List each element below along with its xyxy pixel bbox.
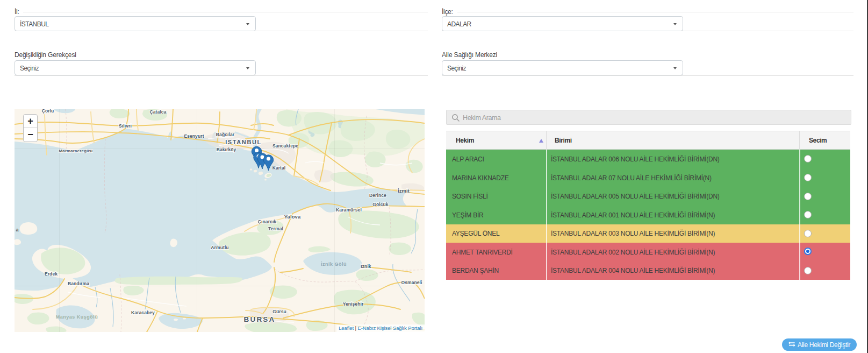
svg-text:Marmaraereğlisi: Marmaraereğlisi	[59, 149, 93, 153]
svg-text:BURSA: BURSA	[243, 315, 275, 323]
svg-text:Karamürsel: Karamürsel	[336, 207, 362, 213]
svg-text:Gölcük: Gölcük	[372, 202, 389, 207]
svg-text:Termal: Termal	[268, 226, 283, 231]
svg-text:Gürsu: Gürsu	[272, 309, 286, 314]
svg-text:Erdek: Erdek	[45, 271, 58, 277]
svg-text:Bandırma: Bandırma	[68, 281, 89, 286]
svg-text:Armutlu: Armutlu	[211, 245, 228, 250]
svg-text:ISTANBUL: ISTANBUL	[225, 139, 262, 145]
svg-text:Esenyurt: Esenyurt	[184, 133, 204, 139]
svg-text:Bakırköy: Bakırköy	[217, 147, 236, 152]
svg-text:Silivri: Silivri	[119, 123, 132, 129]
svg-text:Bağcılar: Bağcılar	[216, 132, 235, 137]
svg-text:İzmit: İzmit	[398, 188, 410, 194]
svg-text:Derince: Derince	[369, 193, 386, 198]
svg-text:Osmaneli: Osmaneli	[401, 280, 422, 285]
svg-text:Sancaktepe: Sancaktepe	[272, 143, 298, 149]
svg-text:Karacabey: Karacabey	[131, 310, 155, 315]
svg-text:Manyas Kuşgölü: Manyas Kuşgölü	[56, 314, 98, 320]
svg-text:Çorlu: Çorlu	[42, 109, 54, 114]
svg-text:Çınarcık: Çınarcık	[258, 219, 277, 224]
svg-text:Yalova: Yalova	[284, 214, 301, 220]
svg-text:Yenişehir: Yenişehir	[343, 301, 364, 307]
svg-text:İznik: İznik	[361, 264, 371, 269]
svg-text:Çatalca: Çatalca	[150, 109, 167, 115]
svg-text:İznik Gölü: İznik Gölü	[321, 262, 347, 267]
svg-text:Kartal: Kartal	[272, 165, 286, 171]
